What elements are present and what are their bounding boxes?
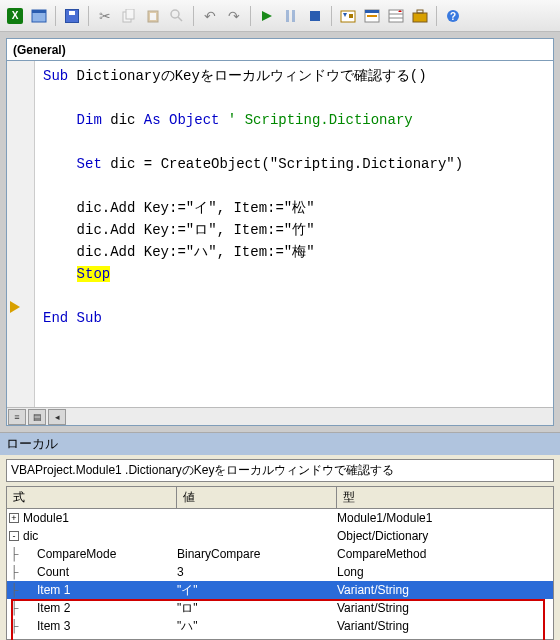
- svg-rect-22: [413, 13, 427, 22]
- code-text[interactable]: Sub DictionaryのKeyをローカルウィンドウで確認する() Dim …: [35, 61, 471, 407]
- tree-branch-icon: ├: [9, 583, 19, 597]
- object-dropdown[interactable]: (General): [7, 39, 553, 61]
- full-module-view-icon[interactable]: ▤: [28, 409, 46, 425]
- undo-icon[interactable]: ↶: [199, 5, 221, 27]
- header-expr[interactable]: 式: [7, 487, 177, 508]
- svg-rect-3: [126, 9, 134, 19]
- tree-toggle-icon[interactable]: -: [9, 531, 19, 541]
- locals-row[interactable]: ├Item 2"ロ"Variant/String: [7, 599, 553, 617]
- toolbar: X ✂ ↶ ↷ ?: [0, 0, 560, 32]
- procedure-view-icon[interactable]: ≡: [8, 409, 26, 425]
- object-dropdown-value: (General): [13, 43, 66, 57]
- tree-branch-icon: ├: [9, 547, 19, 561]
- window-icon[interactable]: [28, 5, 50, 27]
- separator: [88, 6, 89, 26]
- locals-panel: ローカル VBAProject.Module1 .DictionaryのKeyを…: [0, 432, 560, 640]
- gutter[interactable]: [7, 61, 35, 407]
- svg-rect-9: [286, 10, 289, 22]
- locals-row[interactable]: -dicObject/Dictionary: [7, 527, 553, 545]
- design-mode-icon[interactable]: [337, 5, 359, 27]
- separator: [436, 6, 437, 26]
- tree-branch-icon: ├: [9, 565, 19, 579]
- locals-type: Module1/Module1: [337, 511, 553, 525]
- locals-grid: 式 値 型 +Module1Module1/Module1-dicObject/…: [6, 486, 554, 640]
- save-icon[interactable]: [61, 5, 83, 27]
- stop-icon[interactable]: [304, 5, 326, 27]
- locals-expr: dic: [23, 529, 38, 543]
- locals-type: Object/Dictionary: [337, 529, 553, 543]
- redo-icon[interactable]: ↷: [223, 5, 245, 27]
- svg-rect-17: [367, 15, 377, 17]
- locals-type: Long: [337, 565, 553, 579]
- locals-type: Variant/String: [337, 601, 553, 615]
- run-icon[interactable]: [256, 5, 278, 27]
- find-icon[interactable]: [166, 5, 188, 27]
- project-explorer-icon[interactable]: [361, 5, 383, 27]
- separator: [331, 6, 332, 26]
- locals-row[interactable]: ├Count3Long: [7, 563, 553, 581]
- locals-expr: Count: [37, 565, 69, 579]
- properties-icon[interactable]: [385, 5, 407, 27]
- locals-value: BinaryCompare: [177, 547, 337, 561]
- code-area[interactable]: Sub DictionaryのKeyをローカルウィンドウで確認する() Dim …: [7, 61, 553, 407]
- pause-icon[interactable]: [280, 5, 302, 27]
- svg-text:?: ?: [450, 11, 456, 22]
- locals-type: CompareMethod: [337, 547, 553, 561]
- svg-point-6: [171, 10, 179, 18]
- tree-toggle-icon[interactable]: +: [9, 513, 19, 523]
- locals-expr: Module1: [23, 511, 69, 525]
- locals-context: VBAProject.Module1 .DictionaryのKeyをローカルウ…: [6, 459, 554, 482]
- locals-expr: Item 2: [37, 601, 70, 615]
- separator: [193, 6, 194, 26]
- locals-grid-body[interactable]: +Module1Module1/Module1-dicObject/Dictio…: [7, 509, 553, 639]
- help-icon[interactable]: ?: [442, 5, 464, 27]
- locals-row[interactable]: ├Item 3"ハ"Variant/String: [7, 617, 553, 635]
- locals-expr: Item 1: [37, 583, 70, 597]
- svg-rect-16: [365, 10, 379, 13]
- toolbox-icon[interactable]: [409, 5, 431, 27]
- separator: [55, 6, 56, 26]
- cut-icon[interactable]: ✂: [94, 5, 116, 27]
- svg-rect-10: [292, 10, 295, 22]
- svg-line-7: [178, 17, 182, 21]
- locals-type: Variant/String: [337, 619, 553, 633]
- locals-value: "ロ": [177, 600, 337, 617]
- locals-value: 3: [177, 565, 337, 579]
- separator: [250, 6, 251, 26]
- editor-scrollbar[interactable]: ≡ ▤ ◂: [7, 407, 553, 425]
- svg-marker-8: [262, 11, 272, 21]
- locals-row[interactable]: +Module1Module1/Module1: [7, 509, 553, 527]
- locals-row[interactable]: ├CompareModeBinaryCompareCompareMethod: [7, 545, 553, 563]
- code-editor-window: (General) Sub DictionaryのKeyをローカルウィンドウで確…: [6, 38, 554, 426]
- paste-icon[interactable]: [142, 5, 164, 27]
- svg-rect-14: [349, 14, 353, 18]
- tree-branch-icon: ├: [9, 619, 19, 633]
- scroll-left-icon[interactable]: ◂: [48, 409, 66, 425]
- locals-expr: Item 3: [37, 619, 70, 633]
- locals-value: "ハ": [177, 618, 337, 635]
- excel-icon[interactable]: X: [4, 5, 26, 27]
- svg-rect-1: [32, 10, 46, 13]
- copy-icon[interactable]: [118, 5, 140, 27]
- locals-row[interactable]: ├Item 1"イ"Variant/String: [7, 581, 553, 599]
- svg-rect-23: [417, 10, 423, 13]
- locals-type: Variant/String: [337, 583, 553, 597]
- execution-pointer-icon: [10, 301, 20, 313]
- locals-panel-title: ローカル: [0, 433, 560, 455]
- locals-expr: CompareMode: [37, 547, 116, 561]
- locals-grid-header[interactable]: 式 値 型: [7, 487, 553, 509]
- header-value[interactable]: 値: [177, 487, 337, 508]
- svg-rect-11: [310, 11, 320, 21]
- tree-branch-icon: ├: [9, 601, 19, 615]
- svg-rect-5: [150, 13, 156, 20]
- header-type[interactable]: 型: [337, 487, 553, 508]
- locals-value: "イ": [177, 582, 337, 599]
